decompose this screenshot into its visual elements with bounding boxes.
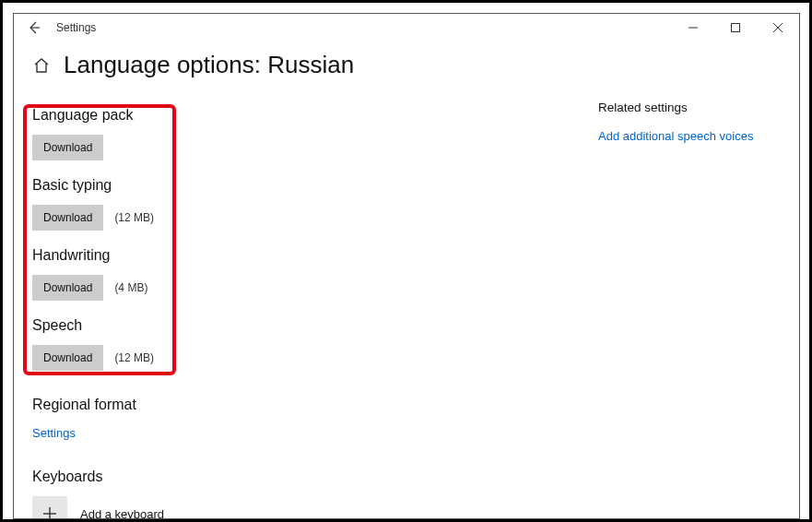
regional-settings-link[interactable]: Settings [32, 426, 76, 440]
basic-typing-size: (12 MB) [114, 211, 154, 224]
download-language-pack-button[interactable]: Download [32, 135, 103, 160]
arrow-left-icon [27, 20, 41, 35]
minimize-button[interactable] [672, 14, 714, 42]
back-button[interactable] [14, 14, 54, 42]
heading-speech: Speech [32, 317, 781, 334]
close-button[interactable] [757, 14, 799, 42]
related-settings-heading: Related settings [598, 101, 773, 114]
heading-keyboards: Keyboards [32, 469, 781, 485]
page-title: Language options: Russian [64, 51, 354, 79]
minimize-icon [688, 23, 698, 32]
plus-icon [41, 505, 58, 519]
app-title: Settings [56, 21, 96, 34]
titlebar: Settings [14, 14, 799, 42]
close-icon [773, 23, 783, 32]
add-speech-voices-link[interactable]: Add additional speech voices [598, 129, 753, 143]
handwriting-size: (4 MB) [114, 281, 147, 294]
home-icon[interactable] [32, 56, 51, 75]
maximize-icon [731, 23, 740, 32]
add-keyboard-label: Add a keyboard [80, 507, 164, 520]
add-keyboard-button[interactable] [32, 496, 67, 519]
maximize-button[interactable] [714, 14, 757, 42]
heading-basic-typing: Basic typing [32, 177, 781, 194]
download-speech-button[interactable]: Download [32, 345, 103, 371]
svg-rect-2 [732, 24, 740, 32]
heading-handwriting: Handwriting [32, 247, 781, 264]
download-handwriting-button[interactable]: Download [32, 275, 103, 301]
speech-size: (12 MB) [114, 351, 154, 364]
heading-regional-format: Regional format [32, 397, 781, 413]
download-basic-typing-button[interactable]: Download [32, 205, 103, 231]
add-keyboard-row[interactable]: Add a keyboard [32, 496, 781, 519]
